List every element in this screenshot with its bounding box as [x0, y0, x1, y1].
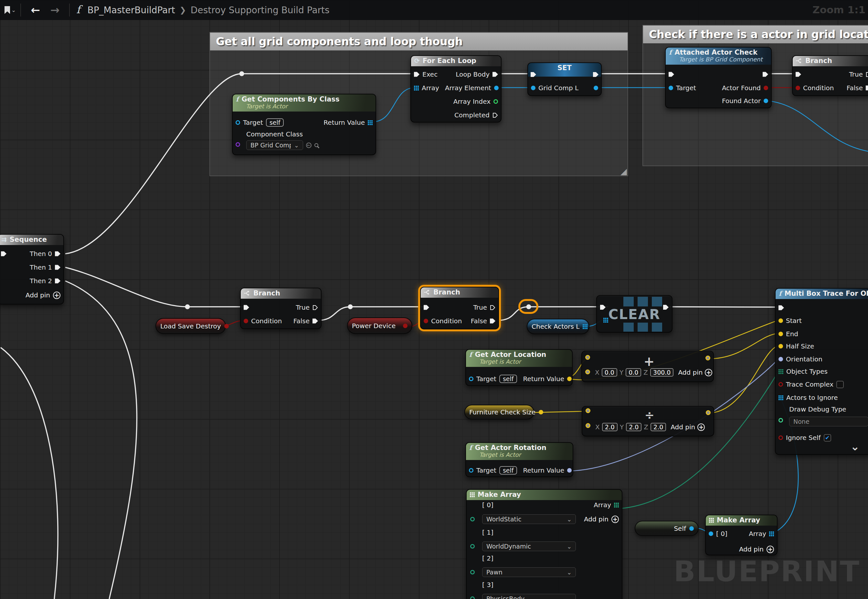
- exec-in-pin[interactable]: [778, 305, 784, 311]
- value-out-pin[interactable]: [594, 86, 598, 90]
- array-element-pin[interactable]: [494, 86, 499, 90]
- orientation-pin[interactable]: [778, 357, 783, 361]
- variable-check-actors-l[interactable]: Check Actors L: [527, 319, 589, 334]
- component-class-dropdown[interactable]: BP Grid Compor⌄: [246, 140, 303, 150]
- bool-out-pin[interactable]: [403, 324, 407, 328]
- found-actor-pin[interactable]: [764, 99, 768, 103]
- trace-complex-pin[interactable]: [778, 382, 783, 387]
- exec-out-pin[interactable]: [493, 72, 498, 77]
- node-attached-actor-check[interactable]: fAttached Actor Check Target is BP Grid …: [665, 47, 772, 108]
- breadcrumb-current[interactable]: Destroy Supporting Build Parts: [191, 5, 330, 15]
- variable-load-save-destroy[interactable]: Load Save Destroy: [155, 318, 226, 334]
- add-pin-button[interactable]: +: [611, 516, 619, 523]
- node-branch-top[interactable]: Branch True ConditionFalse: [792, 55, 868, 96]
- exec-in-pin[interactable]: [1, 251, 6, 257]
- node-vector-add[interactable]: + X0.0 Y0.0 Z300.0 Add pin+: [581, 351, 714, 382]
- target-pin[interactable]: [236, 120, 240, 125]
- actor-found-pin[interactable]: [764, 86, 768, 90]
- exec-out-pin[interactable]: [763, 72, 768, 77]
- reroute-node[interactable]: [185, 304, 190, 309]
- forward-button[interactable]: →: [50, 5, 60, 15]
- reroute-node[interactable]: [239, 71, 244, 76]
- object-type-dropdown[interactable]: Pawn⌄: [482, 567, 576, 577]
- add-pin-button[interactable]: +: [705, 369, 712, 376]
- collapse-chevron-icon[interactable]: ⌄: [850, 440, 860, 453]
- exec-out-pin-unconnected[interactable]: [493, 113, 498, 118]
- node-get-actor-location[interactable]: fGet Actor Location Target is Actor Targ…: [466, 349, 573, 386]
- variable-furniture-check-size[interactable]: Furniture Check Size: [464, 405, 534, 420]
- node-make-array-object-types[interactable]: Make Array [ 0]Array WorldStatic⌄ Add pi…: [466, 489, 622, 599]
- node-branch-1[interactable]: Branch True ConditionFalse: [240, 288, 321, 329]
- false-exec-pin[interactable]: [490, 318, 496, 324]
- z-value[interactable]: 2.0: [650, 423, 666, 431]
- half-size-pin[interactable]: [778, 344, 783, 348]
- vector-in-pin[interactable]: [586, 408, 590, 413]
- breadcrumb-root[interactable]: BP_MasterBuildPart: [87, 5, 175, 15]
- array-in-pin[interactable]: [603, 318, 608, 323]
- vector-in-pin[interactable]: [585, 355, 590, 360]
- target-pin[interactable]: [469, 468, 473, 473]
- exec-in-pin[interactable]: [796, 72, 801, 77]
- rotator-out-pin[interactable]: [567, 468, 572, 473]
- array-in-pin[interactable]: [414, 86, 419, 90]
- reroute-node[interactable]: [348, 304, 353, 309]
- node-branch-2[interactable]: Branch True ConditionFalse: [420, 287, 499, 330]
- vector-out-pin[interactable]: [567, 376, 572, 381]
- value-in-pin[interactable]: [531, 86, 536, 90]
- end-pin[interactable]: [778, 332, 783, 336]
- target-pin[interactable]: [469, 376, 473, 381]
- actors-to-ignore-pin[interactable]: [778, 395, 783, 400]
- use-asset-icon[interactable]: ←: [306, 143, 311, 148]
- target-pin[interactable]: [668, 86, 673, 90]
- exec-out-pin[interactable]: [55, 251, 60, 257]
- self-value[interactable]: self: [499, 466, 517, 474]
- condition-pin[interactable]: [423, 319, 428, 323]
- true-exec-pin[interactable]: [866, 72, 868, 77]
- array-out-pin[interactable]: [769, 531, 774, 536]
- node-vector-divide[interactable]: ÷ X2.0 Y2.0 Z2.0 Add pin+: [582, 406, 714, 436]
- bookmark-icon[interactable]: [5, 6, 10, 14]
- bookmark-chevron-icon[interactable]: ⌄: [11, 7, 16, 13]
- vector-out-pin[interactable]: [706, 410, 710, 415]
- vector-out-pin[interactable]: [706, 355, 710, 360]
- object-types-pin[interactable]: [778, 369, 783, 374]
- object-type-dropdown[interactable]: PhysicsBody⌄: [482, 594, 576, 599]
- true-exec-pin[interactable]: [312, 305, 318, 310]
- exec-out-pin[interactable]: [55, 265, 60, 270]
- exec-in-pin[interactable]: [414, 72, 419, 77]
- variable-self[interactable]: Self: [635, 521, 699, 536]
- array-index-pin[interactable]: [494, 99, 498, 104]
- z-value[interactable]: 300.0: [650, 368, 673, 376]
- array-out-pin[interactable]: [368, 120, 372, 125]
- x-value[interactable]: 2.0: [602, 423, 617, 431]
- variable-power-device[interactable]: Power Device: [347, 318, 412, 334]
- bool-out-pin[interactable]: [224, 324, 229, 328]
- add-pin-button[interactable]: +: [53, 292, 60, 299]
- object-out-pin[interactable]: [689, 526, 694, 531]
- node-set-grid-comp[interactable]: SET Grid Comp L: [527, 62, 602, 96]
- self-value[interactable]: self: [266, 118, 284, 127]
- node-get-actor-rotation[interactable]: fGet Actor Rotation Target is Actor Targ…: [466, 442, 573, 477]
- node-multi-box-trace[interactable]: fMulti Box Trace For Objects Start End H…: [775, 288, 868, 455]
- x-value[interactable]: 0.0: [602, 368, 617, 376]
- add-pin-button[interactable]: +: [697, 423, 705, 431]
- draw-debug-dropdown[interactable]: None: [789, 417, 868, 426]
- node-for-each-loop[interactable]: ⟳For Each Loop ExecLoop Body ArrayArray …: [410, 55, 502, 122]
- node-clear[interactable]: CLEAR: [596, 295, 673, 333]
- true-exec-pin[interactable]: [490, 305, 496, 310]
- exec-in-pin[interactable]: [423, 305, 429, 310]
- trace-complex-checkbox[interactable]: [836, 381, 844, 388]
- back-button[interactable]: ←: [31, 5, 40, 15]
- false-exec-pin[interactable]: [312, 318, 318, 324]
- add-pin-button[interactable]: +: [766, 546, 774, 553]
- object-type-dropdown[interactable]: WorldStatic⌄: [482, 514, 576, 524]
- y-value[interactable]: 2.0: [626, 423, 641, 431]
- exec-in-pin[interactable]: [668, 72, 674, 77]
- browse-icon[interactable]: [314, 143, 318, 147]
- y-value[interactable]: 0.0: [626, 368, 641, 376]
- node-get-components-by-class[interactable]: fGet Components By Class Target is Actor…: [232, 94, 376, 155]
- ignore-self-pin[interactable]: [778, 435, 783, 440]
- object-type-dropdown[interactable]: WorldDynamic⌄: [482, 542, 576, 551]
- self-value[interactable]: self: [499, 375, 517, 383]
- vector-out-pin[interactable]: [539, 410, 543, 414]
